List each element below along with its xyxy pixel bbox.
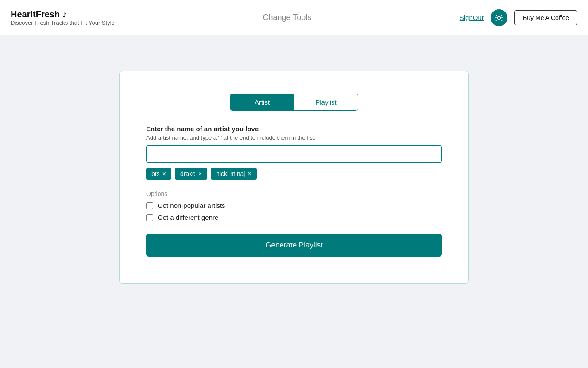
option-different-genre-checkbox[interactable] xyxy=(146,214,153,221)
svg-line-5 xyxy=(496,15,497,16)
tags-row: bts × drake × nicki minaj × xyxy=(146,168,442,180)
logo-title: HearItFresh ♪ xyxy=(11,9,115,20)
sun-icon xyxy=(495,13,503,22)
change-tools-label: Change Tools xyxy=(263,13,311,22)
options-label: Options xyxy=(146,190,442,197)
tab-artist[interactable]: Artist xyxy=(230,94,294,110)
generate-playlist-button[interactable]: Generate Playlist xyxy=(146,234,442,257)
main-content: Artist Playlist Enter the name of an art… xyxy=(0,35,588,368)
tag-nicki-minaj: nicki minaj × xyxy=(211,168,257,180)
tag-bts-remove[interactable]: × xyxy=(162,171,166,177)
logo-subtitle: Discover Fresh Tracks that Fit Your Styl… xyxy=(11,20,115,26)
option-non-popular-label[interactable]: Get non-popular artists xyxy=(158,202,225,209)
tag-bts-label: bts xyxy=(151,170,160,177)
svg-line-6 xyxy=(501,20,502,20)
header: HearItFresh ♪ Discover Fresh Tracks that… xyxy=(0,0,588,35)
option-different-genre-label[interactable]: Get a different genre xyxy=(158,214,218,221)
svg-line-7 xyxy=(501,15,502,16)
tag-drake: drake × xyxy=(175,168,207,180)
svg-point-0 xyxy=(498,16,501,19)
logo: HearItFresh ♪ Discover Fresh Tracks that… xyxy=(11,9,115,26)
main-card: Artist Playlist Enter the name of an art… xyxy=(119,71,469,284)
theme-toggle-button[interactable] xyxy=(491,9,507,26)
svg-line-8 xyxy=(496,20,497,20)
option-non-popular: Get non-popular artists xyxy=(146,202,442,209)
tag-nicki-minaj-label: nicki minaj xyxy=(216,170,245,177)
tag-bts: bts × xyxy=(146,168,171,180)
header-right: SignOut Buy Me A Coffee xyxy=(460,9,577,26)
form-title: Enter the name of an artist you love xyxy=(146,125,442,133)
tag-drake-remove[interactable]: × xyxy=(198,171,202,177)
tag-drake-label: drake xyxy=(180,170,196,177)
buy-coffee-button[interactable]: Buy Me A Coffee xyxy=(514,10,577,25)
sign-out-button[interactable]: SignOut xyxy=(460,14,484,21)
tab-toggle: Artist Playlist xyxy=(230,94,358,111)
tag-nicki-minaj-remove[interactable]: × xyxy=(248,171,251,177)
option-different-genre: Get a different genre xyxy=(146,214,442,221)
tab-playlist[interactable]: Playlist xyxy=(294,94,358,110)
artist-input[interactable] xyxy=(146,145,442,163)
form-hint: Add artist name, and type a ',' at the e… xyxy=(146,134,442,141)
option-non-popular-checkbox[interactable] xyxy=(146,202,153,209)
